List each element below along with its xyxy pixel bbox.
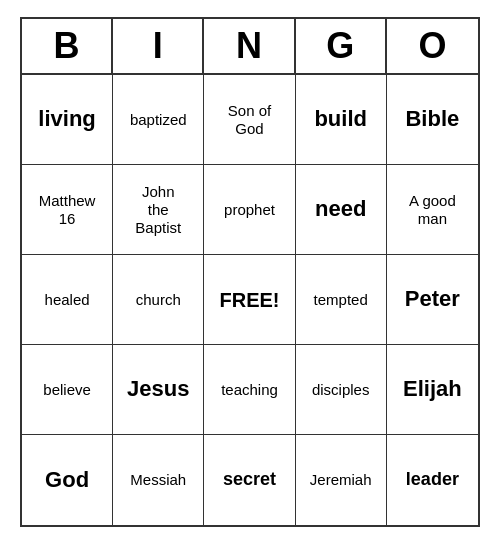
bingo-card: BINGO livingbaptizedSon ofGodbuildBibleM… <box>20 17 480 527</box>
bingo-cell-r3-c3: disciples <box>296 345 387 435</box>
header-letter: G <box>296 19 387 73</box>
bingo-cell-r4-c0: God <box>22 435 113 525</box>
bingo-cell-r4-c2: secret <box>204 435 295 525</box>
bingo-cell-r1-c3: need <box>296 165 387 255</box>
header-letter: B <box>22 19 113 73</box>
bingo-cell-r0-c4: Bible <box>387 75 478 165</box>
bingo-cell-r2-c2: FREE! <box>204 255 295 345</box>
bingo-cell-r0-c2: Son ofGod <box>204 75 295 165</box>
bingo-cell-r1-c1: JohntheBaptist <box>113 165 204 255</box>
bingo-cell-r2-c0: healed <box>22 255 113 345</box>
bingo-cell-r2-c3: tempted <box>296 255 387 345</box>
bingo-header: BINGO <box>22 19 478 75</box>
bingo-cell-r3-c4: Elijah <box>387 345 478 435</box>
bingo-cell-r1-c4: A goodman <box>387 165 478 255</box>
bingo-cell-r1-c2: prophet <box>204 165 295 255</box>
bingo-cell-r0-c0: living <box>22 75 113 165</box>
bingo-cell-r0-c3: build <box>296 75 387 165</box>
bingo-cell-r2-c1: church <box>113 255 204 345</box>
header-letter: N <box>204 19 295 73</box>
bingo-cell-r2-c4: Peter <box>387 255 478 345</box>
bingo-cell-r0-c1: baptized <box>113 75 204 165</box>
bingo-cell-r4-c4: leader <box>387 435 478 525</box>
bingo-cell-r3-c1: Jesus <box>113 345 204 435</box>
bingo-cell-r3-c2: teaching <box>204 345 295 435</box>
bingo-cell-r3-c0: believe <box>22 345 113 435</box>
bingo-grid: livingbaptizedSon ofGodbuildBibleMatthew… <box>22 75 478 525</box>
header-letter: I <box>113 19 204 73</box>
bingo-cell-r1-c0: Matthew16 <box>22 165 113 255</box>
bingo-cell-r4-c1: Messiah <box>113 435 204 525</box>
header-letter: O <box>387 19 478 73</box>
bingo-cell-r4-c3: Jeremiah <box>296 435 387 525</box>
